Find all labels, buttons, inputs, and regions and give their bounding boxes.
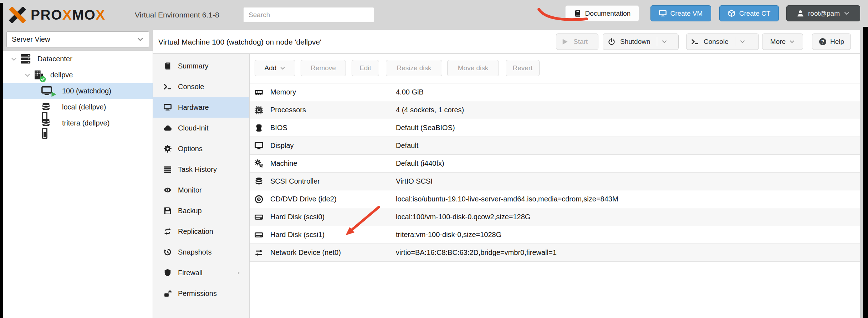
- hdd-icon: [255, 213, 263, 221]
- edit-button[interactable]: Edit: [352, 60, 379, 76]
- table-row-hard-disk-scsi1[interactable]: Hard Disk (scsi1) tritera:vm-100-disk-0,…: [250, 226, 860, 244]
- running-play-icon: [50, 91, 57, 98]
- create-ct-label: Create CT: [739, 10, 771, 17]
- console-button[interactable]: Console: [686, 34, 759, 50]
- chevron-down-icon: [740, 39, 745, 45]
- memory-icon: [255, 88, 263, 97]
- row-label: BIOS: [270, 124, 396, 132]
- tree-item-label: tritera (dellpve): [62, 119, 109, 127]
- row-label: Machine: [270, 159, 396, 168]
- table-row-cddvd-ide2[interactable]: CD/DVD Drive (ide2) local:iso/ubuntu-19.…: [250, 190, 860, 208]
- shutdown-menu-toggle[interactable]: [657, 37, 672, 46]
- view-selector[interactable]: Server View: [6, 31, 149, 47]
- user-icon: [797, 10, 804, 17]
- version-label: Virtual Environment 6.1-8: [135, 0, 219, 30]
- tab-label: Backup: [178, 207, 202, 215]
- window-edge-left: [0, 3, 3, 318]
- row-label: Display: [270, 142, 396, 150]
- table-row-scsi-controller[interactable]: SCSI Controller VirtIO SCSI: [250, 173, 860, 190]
- resize-disk-label: Resize disk: [397, 64, 431, 72]
- start-label: Start: [573, 38, 588, 46]
- tab-snapshots[interactable]: Snapshots: [153, 242, 249, 262]
- storage-icon: [41, 102, 56, 113]
- online-check-icon: [40, 76, 46, 82]
- tab-options[interactable]: Options: [153, 138, 249, 159]
- tab-label: Console: [178, 83, 204, 91]
- tree-item-datacenter[interactable]: Datacenter: [3, 51, 153, 67]
- cpu-icon: [255, 106, 263, 114]
- chevron-down-icon: [789, 39, 795, 45]
- chevron-down-icon: [844, 10, 850, 16]
- storage-icon: [41, 118, 56, 129]
- tab-label: Task History: [178, 165, 217, 174]
- start-button[interactable]: Start: [556, 34, 598, 50]
- resource-tree: Datacenter dellpve 100 (watchdog) local …: [3, 51, 153, 318]
- hdd-icon: [255, 231, 263, 239]
- proxmox-logo-icon: [8, 5, 27, 25]
- move-disk-button[interactable]: Move disk: [447, 60, 499, 76]
- tree-item-node-dellpve[interactable]: dellpve: [3, 67, 153, 83]
- tree-expand-icon[interactable]: [24, 72, 31, 78]
- documentation-button[interactable]: Documentation: [565, 5, 639, 21]
- tab-firewall[interactable]: Firewall: [153, 262, 249, 283]
- list-icon: [164, 165, 172, 173]
- tree-item-storage-tritera[interactable]: tritera (dellpve): [3, 115, 153, 131]
- gear-icon: [164, 145, 172, 153]
- table-row-bios[interactable]: BIOS Default (SeaBIOS): [250, 119, 860, 137]
- table-row-processors[interactable]: Processors 4 (4 sockets, 1 cores): [250, 101, 860, 119]
- row-value: local:iso/ubuntu-19.10-live-server-amd64…: [396, 195, 618, 203]
- submenu-caret-icon: [236, 270, 241, 276]
- table-row-memory[interactable]: Memory 4.00 GiB: [250, 83, 860, 101]
- eye-icon: [164, 186, 172, 194]
- node-icon: [33, 70, 45, 81]
- revert-label: Revert: [513, 64, 533, 72]
- tab-console[interactable]: Console: [153, 76, 249, 97]
- more-button[interactable]: More: [762, 34, 803, 50]
- tab-hardware[interactable]: Hardware: [153, 97, 249, 118]
- scrollbar[interactable]: [860, 30, 863, 318]
- table-row-machine[interactable]: Machine Default (i440fx): [250, 155, 860, 173]
- remove-label: Remove: [311, 64, 336, 72]
- tab-task-history[interactable]: Task History: [153, 159, 249, 180]
- shutdown-button[interactable]: Shutdown: [603, 34, 679, 50]
- row-label: Hard Disk (scsi1): [270, 231, 396, 239]
- tree-expand-icon[interactable]: [11, 56, 17, 62]
- proxmox-app: PROXMOX Virtual Environment 6.1-8 Docume…: [0, 0, 868, 318]
- console-label: Console: [704, 38, 729, 46]
- help-button[interactable]: Help: [812, 34, 851, 50]
- datacenter-icon: [20, 53, 32, 65]
- tab-monitor[interactable]: Monitor: [153, 180, 249, 200]
- terminal-icon: [691, 38, 699, 45]
- tab-label: Options: [178, 145, 203, 153]
- table-row-display[interactable]: Display Default: [250, 137, 860, 155]
- console-menu-toggle[interactable]: [735, 37, 750, 46]
- row-value: tritera:vm-100-disk-0,size=1028G: [396, 231, 501, 239]
- row-value: virtio=BA:16:C8:BC:63:2D,bridge=vmbr0,fi…: [396, 248, 557, 257]
- tree-item-vm-100[interactable]: 100 (watchdog): [3, 83, 153, 99]
- row-label: CD/DVD Drive (ide2): [270, 195, 396, 203]
- search-input[interactable]: [244, 7, 374, 22]
- revert-button[interactable]: Revert: [506, 60, 540, 76]
- row-value: VirtIO SCSI: [396, 177, 433, 185]
- table-row-network-net0[interactable]: Network Device (net0) virtio=BA:16:C8:BC…: [250, 244, 860, 262]
- tree-item-storage-local[interactable]: local (dellpve): [3, 99, 153, 115]
- resize-disk-button[interactable]: Resize disk: [386, 60, 442, 76]
- tab-backup[interactable]: Backup: [153, 200, 249, 221]
- tab-summary[interactable]: Summary: [153, 56, 249, 76]
- tab-replication[interactable]: Replication: [153, 221, 249, 242]
- book-icon: [574, 10, 581, 17]
- tab-label: Summary: [178, 62, 209, 70]
- tab-permissions[interactable]: Permissions: [153, 283, 249, 304]
- tab-label: Hardware: [178, 103, 209, 112]
- tab-cloud-init[interactable]: Cloud-Init: [153, 118, 249, 138]
- create-ct-button[interactable]: Create CT: [719, 5, 779, 21]
- shutdown-label: Shutdown: [620, 38, 650, 46]
- row-value: 4.00 GiB: [396, 88, 424, 96]
- table-row-hard-disk-scsi0[interactable]: Hard Disk (scsi0) local:100/vm-100-disk-…: [250, 208, 860, 226]
- remove-button[interactable]: Remove: [301, 60, 346, 76]
- question-icon: [819, 38, 827, 46]
- user-menu-button[interactable]: root@pam: [786, 5, 860, 21]
- add-button[interactable]: Add: [255, 60, 295, 76]
- create-vm-button[interactable]: Create VM: [650, 5, 711, 21]
- display-icon: [255, 142, 263, 150]
